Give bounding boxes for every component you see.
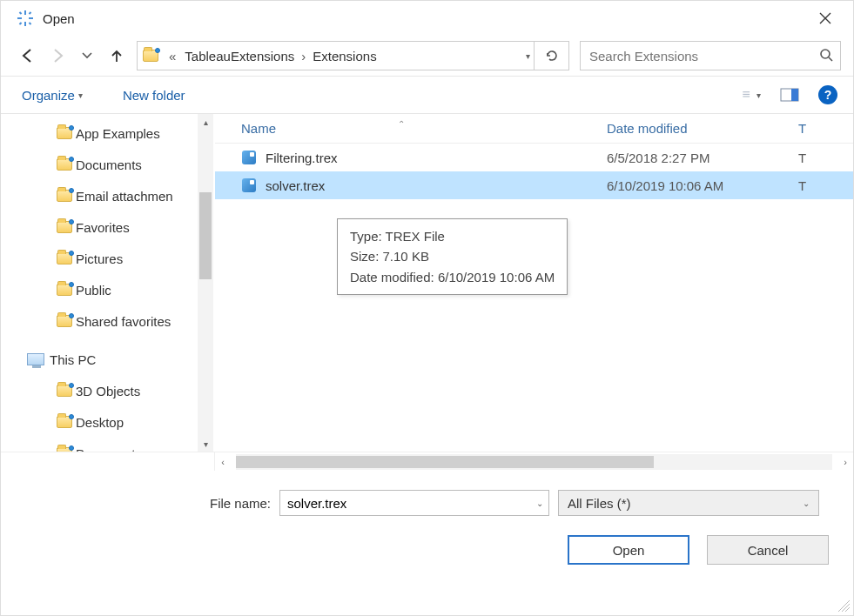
file-row[interactable]: Filtering.trex6/5/2018 2:27 PMT <box>215 144 853 171</box>
up-button[interactable] <box>107 46 126 65</box>
tree-item[interactable]: Public <box>1 274 215 305</box>
forward-button[interactable] <box>48 46 67 65</box>
tree-item[interactable]: App Examples <box>1 117 215 149</box>
file-name-input[interactable] <box>286 495 536 512</box>
tree-item[interactable]: Favorites <box>1 211 215 243</box>
new-folder-button[interactable]: New folder <box>123 88 185 103</box>
tree-item[interactable]: Documents <box>1 149 215 180</box>
tree-item-label: Shared favorites <box>76 314 171 329</box>
file-type: T <box>798 178 853 193</box>
tooltip-line: Size: 7.10 KB <box>350 246 555 266</box>
tree-item-label: Desktop <box>76 415 124 430</box>
tree-item-label: Documents <box>76 446 142 452</box>
refresh-button[interactable] <box>535 41 569 70</box>
folder-icon <box>57 221 76 233</box>
file-name: Filtering.trex <box>266 151 338 165</box>
tree-item-label: This PC <box>50 352 96 367</box>
column-date-modified[interactable]: Date modified <box>607 121 798 136</box>
breadcrumb-seg-0[interactable]: TableauExtensions <box>181 49 298 64</box>
breadcrumb[interactable]: « TableauExtensions › Extensions ▾ <box>137 41 535 70</box>
arrow-right-icon <box>50 48 65 64</box>
close-icon <box>819 12 831 24</box>
scroll-left-icon[interactable]: ‹ <box>215 457 231 467</box>
file-name-label: File name: <box>1 496 271 511</box>
scroll-thumb[interactable] <box>199 192 212 279</box>
tree-item[interactable]: Shared favorites <box>1 305 215 337</box>
horizontal-scrollbar[interactable]: ‹ › <box>1 452 853 471</box>
view-options-button[interactable]: ▾ <box>742 85 761 104</box>
body: App ExamplesDocumentsEmail attachmenFavo… <box>1 114 853 452</box>
file-name: solver.trex <box>266 178 325 193</box>
file-row[interactable]: solver.trex6/10/2019 10:06 AMT <box>215 171 853 199</box>
tree-item[interactable]: Desktop <box>1 406 215 438</box>
tree-item-label: Public <box>76 283 111 298</box>
search-box[interactable] <box>580 41 841 70</box>
column-headers: Name ⌃ Date modified T <box>215 114 853 144</box>
tree-item[interactable]: 3D Objects <box>1 375 215 406</box>
tree-scrollbar[interactable]: ▴ ▾ <box>198 114 213 452</box>
file-type-filter[interactable]: All Files (*) ⌄ <box>558 490 819 516</box>
column-name-label: Name <box>241 121 276 136</box>
refresh-icon <box>545 49 559 63</box>
preview-pane-button[interactable] <box>780 85 799 104</box>
tree-item[interactable]: Email attachmen <box>1 180 215 211</box>
file-name-field[interactable]: ⌄ <box>279 490 549 516</box>
search-input[interactable] <box>588 48 819 64</box>
folder-tree: App ExamplesDocumentsEmail attachmenFavo… <box>1 114 215 452</box>
breadcrumb-seg-1[interactable]: Extensions <box>309 49 380 64</box>
scroll-right-icon[interactable]: › <box>837 457 853 467</box>
close-button[interactable] <box>808 1 843 36</box>
file-date: 6/10/2019 10:06 AM <box>607 178 798 193</box>
dropdown-caret-icon[interactable]: ⌄ <box>536 499 543 508</box>
tooltip-line: Type: TREX File <box>350 226 555 246</box>
window-title: Open <box>43 11 75 26</box>
tooltip-line: Date modified: 6/10/2019 10:06 AM <box>350 267 555 287</box>
toolbar: Organize ▾ New folder ▾ ? <box>1 76 853 114</box>
tree-item-label: Email attachmen <box>76 189 173 204</box>
breadcrumb-prefix: « <box>169 49 176 64</box>
folder-icon <box>57 284 76 296</box>
organize-menu[interactable]: Organize ▾ <box>22 88 83 103</box>
tree-item[interactable]: Documents <box>1 438 215 452</box>
tree-item-label: Documents <box>76 157 142 172</box>
scroll-up-icon[interactable]: ▴ <box>198 114 213 130</box>
folder-icon <box>57 252 76 264</box>
hscroll-thumb[interactable] <box>236 456 654 468</box>
svg-rect-7 <box>29 22 32 25</box>
chevron-right-icon: › <box>301 49 306 64</box>
trex-file-icon <box>241 177 257 193</box>
svg-rect-4 <box>19 11 23 15</box>
preview-pane-icon <box>780 88 799 102</box>
tree-item[interactable]: This PC <box>1 344 215 375</box>
file-tooltip: Type: TREX File Size: 7.10 KB Date modif… <box>337 218 568 295</box>
folder-icon <box>57 127 76 139</box>
tree-item-label: 3D Objects <box>76 384 140 398</box>
back-button[interactable] <box>18 46 37 65</box>
svg-point-8 <box>821 50 830 58</box>
tree-item-label: App Examples <box>76 126 160 141</box>
column-name[interactable]: Name ⌃ <box>215 121 607 136</box>
open-button[interactable]: Open <box>568 535 689 565</box>
svg-rect-2 <box>17 17 22 19</box>
resize-grip[interactable] <box>837 599 850 612</box>
tree-item-label: Pictures <box>76 251 123 266</box>
folder-icon <box>57 447 76 452</box>
cancel-button[interactable]: Cancel <box>707 535 829 565</box>
column-type[interactable]: T <box>798 121 853 136</box>
cancel-button-label: Cancel <box>748 543 789 558</box>
scroll-down-icon[interactable]: ▾ <box>198 436 213 452</box>
breadcrumb-dropdown[interactable]: ▾ <box>526 51 530 61</box>
tree-item[interactable]: Pictures <box>1 243 215 274</box>
organize-label: Organize <box>22 88 75 103</box>
folder-icon <box>57 190 76 202</box>
file-type-filter-label: All Files (*) <box>568 496 803 511</box>
svg-rect-6 <box>19 22 23 25</box>
open-button-label: Open <box>613 543 645 558</box>
folder-icon <box>57 315 76 327</box>
file-pane: Name ⌃ Date modified T Filtering.trex6/5… <box>215 114 853 452</box>
help-icon: ? <box>824 88 832 102</box>
help-button[interactable]: ? <box>818 85 837 104</box>
tree-item-label: Favorites <box>76 220 130 235</box>
recent-locations-button[interactable] <box>77 46 97 65</box>
dropdown-caret-icon: ▾ <box>78 90 83 100</box>
